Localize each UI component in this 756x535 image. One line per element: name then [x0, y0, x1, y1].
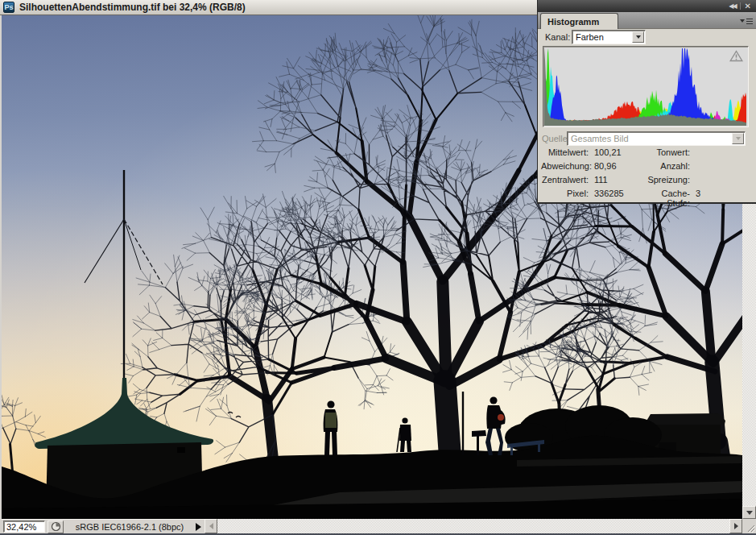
stat-value: 100,21 — [589, 147, 640, 161]
stat-label: Mittelwert: — [541, 147, 589, 161]
channel-row: Kanal: Farben — [538, 29, 756, 47]
source-dropdown-arrow — [732, 133, 744, 144]
scroll-left-button[interactable] — [204, 519, 217, 533]
stat-label: Pixel: — [541, 189, 589, 202]
histogram-display — [543, 46, 749, 127]
photoshop-window: Ps SilhouettenAbendstimmung.tif bei 32,4… — [0, 0, 756, 535]
tab-histogramm[interactable]: Histogramm — [540, 13, 618, 29]
horizontal-scrollbar[interactable] — [204, 519, 742, 533]
channel-dropdown-arrow[interactable] — [632, 31, 644, 43]
stat-label: Tonwert: — [640, 147, 690, 161]
stat-label: Abweichung: — [541, 161, 589, 175]
document-profile[interactable]: sRGB IEC61966-2.1 (8bpc) — [66, 522, 193, 532]
resize-grip-icon — [744, 521, 756, 533]
stat-value — [690, 161, 754, 175]
source-select: Gesamtes Bild — [567, 131, 746, 146]
stat-value: 336285 — [589, 189, 640, 202]
status-menu-arrow-icon[interactable] — [196, 523, 201, 531]
stat-label: Anzahl: — [640, 161, 690, 175]
stat-value — [690, 147, 754, 161]
panel-menu-icon[interactable] — [740, 16, 753, 26]
channel-value: Farben — [572, 32, 632, 42]
channel-select[interactable]: Farben — [572, 30, 646, 44]
source-row: Quelle: Gesamtes Bild — [538, 131, 756, 147]
panel-tab-bar: Histogramm — [538, 12, 756, 29]
photoshop-app-icon: Ps — [3, 2, 14, 13]
histogram-statistics: Mittelwert: 100,21 Tonwert: Abweichung: … — [541, 147, 754, 202]
stat-value: 80,96 — [589, 161, 640, 175]
stat-value: 111 — [589, 175, 640, 189]
cached-data-warning-icon[interactable] — [729, 50, 743, 65]
collapse-panel-icon[interactable]: ◀◀ — [729, 1, 735, 11]
stat-label: Zentralwert: — [541, 175, 589, 189]
window-resize-grip[interactable] — [742, 519, 756, 533]
close-panel-icon[interactable]: ✕ — [745, 1, 751, 11]
stat-value: 3 — [690, 189, 754, 202]
document-title: SilhouettenAbendstimmung.tif bei 32,4% (… — [19, 2, 246, 13]
source-value: Gesamtes Bild — [568, 134, 732, 143]
panel-group-header: ◀◀ ✕ — [538, 0, 756, 12]
zoom-level-input[interactable] — [3, 520, 45, 533]
stat-label: Spreizung: — [640, 175, 690, 189]
horizontal-scroll-track[interactable] — [217, 519, 729, 533]
pie-clock-icon — [51, 521, 61, 532]
histogram-panel: ◀◀ ✕ Histogramm Kanal: Farben — [537, 0, 756, 204]
scroll-right-button[interactable] — [729, 519, 742, 533]
version-cue-button[interactable] — [48, 520, 64, 533]
histogram-canvas — [544, 48, 747, 126]
stat-value — [690, 175, 754, 189]
scroll-down-button[interactable] — [742, 506, 756, 519]
source-label: Quelle: — [542, 134, 570, 143]
channel-label: Kanal: — [545, 32, 570, 42]
status-bar: sRGB IEC61966-2.1 (8bpc) — [2, 519, 204, 533]
stat-label: Cache-Stufe: — [640, 189, 690, 202]
header-divider — [740, 2, 741, 10]
